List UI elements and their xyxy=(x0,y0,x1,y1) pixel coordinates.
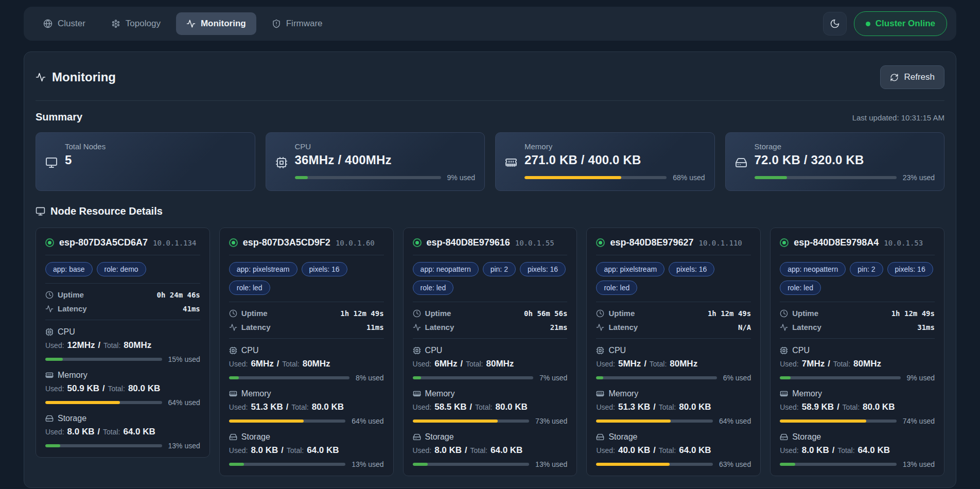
total-label: Total: xyxy=(843,403,860,411)
node-tag: role: led xyxy=(596,281,637,295)
progress-fill xyxy=(295,176,308,179)
node-card: esp-840D8E9798A4 10.0.1.53 app: neopatte… xyxy=(770,228,944,476)
nodes-header-row: Node Resource Details xyxy=(36,205,944,217)
tab-topology[interactable]: Topology xyxy=(101,12,171,35)
resource-sections: CPU Used: 5MHz / Total: 80MHz 6% used Me… xyxy=(596,346,751,468)
node-tags: app: neopatternpin: 2pixels: 16role: led xyxy=(780,262,935,295)
total-value: 80MHz xyxy=(670,359,697,369)
tab-label: Topology xyxy=(126,19,161,29)
used-value: 5MHz xyxy=(618,359,641,369)
node-name: esp-840D8E9798A4 xyxy=(794,237,879,248)
cpu-section: CPU Used: 7MHz / Total: 80MHz 9% used xyxy=(780,346,935,382)
refresh-icon xyxy=(890,73,899,82)
resource-sections: CPU Used: 6MHz / Total: 80MHz 8% used Me… xyxy=(229,346,384,468)
used-value: 58.5 KB xyxy=(434,402,466,412)
tab-cluster[interactable]: Cluster xyxy=(33,12,96,35)
activity-icon xyxy=(229,323,237,331)
used-label: Used: xyxy=(413,403,432,411)
theme-toggle-button[interactable] xyxy=(823,12,847,36)
summary-card-value: 72.0 KB / 320.0 KB xyxy=(755,153,935,167)
progress-fill xyxy=(780,376,791,379)
header-divider xyxy=(36,100,944,101)
used-label: Used: xyxy=(413,446,432,455)
used-label: Used: xyxy=(596,446,615,455)
storage-section: Storage Used: 8.0 KB / Total: 64.0 KB 13… xyxy=(229,432,384,468)
progress-track xyxy=(596,376,716,379)
total-label: Total: xyxy=(833,360,850,368)
percent-used-label: 6% used xyxy=(723,374,751,382)
percent-used-label: 23% used xyxy=(903,173,935,182)
activity-icon xyxy=(780,323,788,331)
divider xyxy=(780,338,935,339)
storage-section: Storage Used: 8.0 KB / Total: 64.0 KB 13… xyxy=(780,432,935,468)
tab-label: Firmware xyxy=(286,19,323,29)
summary-card-storage: Storage 72.0 KB / 320.0 KB 23% used xyxy=(725,132,945,191)
cluster-status-badge[interactable]: Cluster Online xyxy=(854,11,947,36)
percent-used-label: 13% used xyxy=(352,460,383,468)
used-value: 51.3 KB xyxy=(251,402,283,412)
percent-used-label: 64% used xyxy=(719,417,751,425)
latency-value: 11ms xyxy=(366,323,384,331)
progress-track xyxy=(596,463,713,466)
activity-icon xyxy=(596,323,604,331)
uptime-label: Uptime xyxy=(425,309,451,318)
percent-used-label: 7% used xyxy=(539,374,567,382)
total-value: 80MHz xyxy=(303,359,330,369)
monitor-icon xyxy=(36,206,45,216)
summary-card-label: CPU xyxy=(295,142,476,151)
total-label: Total: xyxy=(470,446,487,455)
storage-icon xyxy=(780,433,788,441)
memory-section: Memory Used: 51.3 KB / Total: 80.0 KB 64… xyxy=(229,389,384,425)
total-label: Total: xyxy=(108,385,125,393)
used-value: 6MHz xyxy=(251,359,273,369)
used-label: Used: xyxy=(229,446,248,455)
resource-label: CPU xyxy=(58,327,75,337)
uptime-label: Uptime xyxy=(241,309,268,318)
refresh-button[interactable]: Refresh xyxy=(880,65,944,89)
storage-section: Storage Used: 40.0 KB / Total: 64.0 KB 6… xyxy=(596,432,751,468)
latency-label: Latency xyxy=(792,323,821,331)
used-label: Used: xyxy=(780,403,799,411)
summary-cards: Total Nodes 5 CPU 36MHz / 400MHz 9% used… xyxy=(36,132,944,191)
progress-track xyxy=(413,376,533,379)
divider xyxy=(596,338,751,339)
resource-label: Memory xyxy=(241,389,271,398)
total-label: Total: xyxy=(837,446,854,455)
node-name: esp-840D8E979627 xyxy=(610,237,693,248)
node-tag: role: demo xyxy=(97,262,146,276)
separator: / xyxy=(281,446,283,455)
storage-icon xyxy=(735,156,747,182)
memory-icon xyxy=(780,390,788,398)
top-nav: Cluster Topology Monitoring Firmware Clu… xyxy=(24,7,956,41)
progress-track xyxy=(780,463,897,466)
divider xyxy=(45,320,200,320)
tab-monitoring[interactable]: Monitoring xyxy=(176,12,256,35)
progress-fill xyxy=(596,420,671,423)
node-ip: 10.0.1.53 xyxy=(884,239,923,247)
node-ip: 10.0.1.55 xyxy=(515,239,554,247)
percent-used-label: 13% used xyxy=(903,460,935,468)
resource-sections: CPU Used: 12MHz / Total: 80MHz 15% used … xyxy=(45,327,200,450)
progress-track xyxy=(596,420,713,423)
memory-section: Memory Used: 58.9 KB / Total: 80.0 KB 74… xyxy=(780,389,935,425)
total-label: Total: xyxy=(659,403,676,411)
resource-label: CPU xyxy=(425,346,443,355)
latency-value: N/A xyxy=(738,323,751,331)
used-label: Used: xyxy=(413,360,432,368)
total-value: 64.0 KB xyxy=(491,445,522,456)
node-tags: app: neopatternpin: 2pixels: 16role: led xyxy=(413,262,568,295)
progress-fill xyxy=(413,376,421,379)
total-label: Total: xyxy=(475,403,492,411)
divider xyxy=(780,302,935,302)
total-label: Total: xyxy=(103,341,120,350)
memory-section: Memory Used: 50.9 KB / Total: 80.0 KB 64… xyxy=(45,371,200,407)
tab-firmware[interactable]: Firmware xyxy=(261,12,333,35)
memory-section: Memory Used: 51.3 KB / Total: 80.0 KB 64… xyxy=(596,389,751,425)
node-online-dot-icon xyxy=(780,238,789,247)
progress-fill xyxy=(229,376,239,379)
used-label: Used: xyxy=(45,428,64,436)
progress-fill xyxy=(45,444,60,447)
total-value: 80.0 KB xyxy=(128,383,160,394)
node-name: esp-807D3A5CD9F2 xyxy=(243,237,330,248)
node-card: esp-807D3A5CD9F2 10.0.1.60 app: pixelstr… xyxy=(219,228,394,476)
